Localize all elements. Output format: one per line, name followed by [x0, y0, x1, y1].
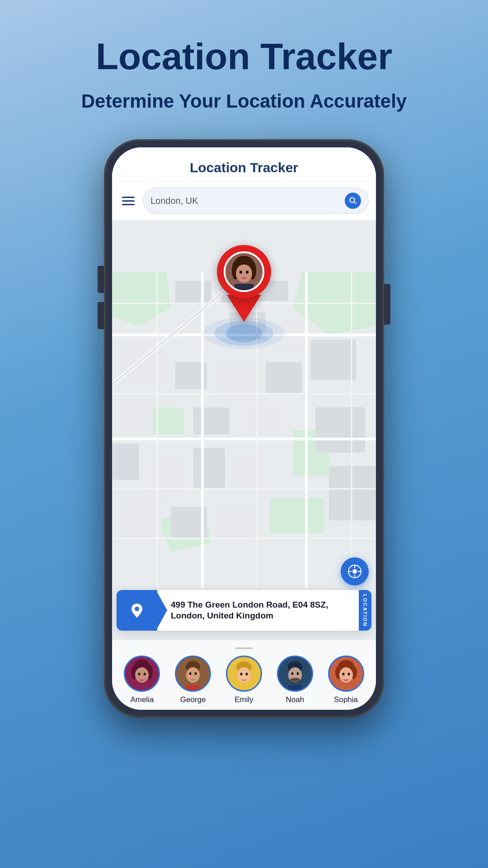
search-input[interactable]: London, UK — [150, 196, 345, 206]
svg-rect-20 — [121, 398, 153, 434]
contacts-list: Amelia — [117, 656, 371, 704]
svg-point-54 — [135, 607, 139, 611]
scroll-bar — [235, 647, 253, 649]
svg-point-83 — [296, 672, 299, 675]
search-input-container[interactable]: London, UK — [143, 188, 369, 214]
svg-rect-27 — [315, 407, 365, 453]
volume-up-button — [98, 266, 104, 293]
pin-point — [227, 295, 261, 322]
svg-rect-21 — [193, 407, 230, 434]
search-area: London, UK — [112, 181, 376, 220]
contact-avatar-amelia — [124, 656, 160, 692]
svg-rect-15 — [311, 340, 356, 380]
svg-rect-22 — [243, 403, 284, 434]
pin-shape — [215, 245, 273, 322]
contact-emily[interactable]: Emily — [226, 656, 262, 704]
phone-frame: Location Tracker London, UK — [104, 139, 384, 718]
contact-avatar-emily — [226, 656, 262, 692]
svg-point-67 — [144, 673, 146, 675]
svg-point-56 — [352, 569, 357, 574]
svg-point-50 — [239, 271, 242, 274]
svg-rect-23 — [112, 443, 139, 480]
power-button — [384, 284, 390, 325]
contact-sophia[interactable]: Sophia — [328, 656, 364, 704]
svg-point-71 — [189, 672, 192, 675]
location-tab-label: LOCATION — [362, 594, 368, 627]
svg-point-78 — [245, 673, 248, 675]
contact-name-amelia: Amelia — [130, 695, 154, 704]
pulse-rings — [199, 317, 289, 354]
contact-name-emily: Emily — [235, 695, 253, 704]
location-pin — [199, 245, 289, 354]
search-button[interactable] — [345, 193, 361, 209]
contact-avatar-george — [175, 656, 211, 692]
address-pin-icon — [128, 601, 146, 619]
volume-down-button — [98, 302, 104, 329]
app-header: Location Tracker — [112, 147, 376, 181]
tracked-person-avatar — [224, 251, 264, 292]
contact-noah[interactable]: Noah — [277, 656, 313, 704]
menu-button[interactable] — [119, 194, 137, 208]
svg-point-66 — [138, 673, 141, 675]
contact-amelia[interactable]: Amelia — [124, 656, 160, 704]
gps-button[interactable] — [341, 557, 369, 585]
svg-line-1 — [354, 202, 356, 204]
svg-rect-85 — [288, 685, 302, 690]
contact-name-noah: Noah — [286, 695, 304, 704]
location-tab: LOCATION — [359, 590, 371, 631]
contacts-bar: Amelia — [112, 640, 376, 710]
svg-rect-8 — [270, 498, 324, 534]
address-text: 499 The Green London Road, E04 8SZ, Lond… — [157, 594, 359, 627]
svg-point-51 — [246, 271, 249, 274]
phone-mockup: Location Tracker London, UK — [104, 139, 384, 718]
contact-name-sophia: Sophia — [334, 695, 358, 704]
scroll-indicator — [117, 647, 371, 649]
svg-rect-73 — [186, 685, 200, 690]
svg-rect-52 — [235, 284, 253, 290]
phone-screen: Location Tracker London, UK — [112, 147, 376, 710]
svg-rect-28 — [121, 498, 162, 538]
app-header-title: Location Tracker — [190, 160, 298, 175]
ring-outer — [203, 317, 285, 349]
svg-rect-18 — [216, 358, 257, 394]
svg-point-77 — [240, 673, 242, 675]
map-area: 499 The Green London Road, E04 8SZ, Lond… — [112, 220, 376, 640]
pin-container — [199, 245, 289, 354]
address-bar: 499 The Green London Road, E04 8SZ, Lond… — [117, 590, 371, 631]
page-subtitle: Determine Your Location Accurately — [81, 90, 407, 112]
svg-rect-30 — [216, 502, 257, 538]
svg-point-72 — [195, 672, 197, 675]
address-icon-box — [117, 590, 157, 631]
contact-avatar-noah — [277, 656, 313, 692]
contact-george[interactable]: George — [175, 656, 211, 704]
svg-rect-25 — [193, 448, 225, 489]
contact-name-george: George — [180, 695, 206, 704]
contact-avatar-sophia — [328, 656, 364, 692]
svg-point-91 — [342, 673, 344, 675]
svg-rect-31 — [329, 466, 376, 520]
gps-icon — [347, 564, 362, 579]
svg-rect-24 — [148, 453, 184, 498]
svg-point-92 — [347, 673, 350, 675]
pin-head — [217, 245, 271, 298]
svg-point-82 — [291, 672, 293, 675]
svg-rect-19 — [266, 362, 302, 394]
svg-point-49 — [236, 264, 252, 283]
page-title: Location Tracker — [96, 36, 392, 77]
